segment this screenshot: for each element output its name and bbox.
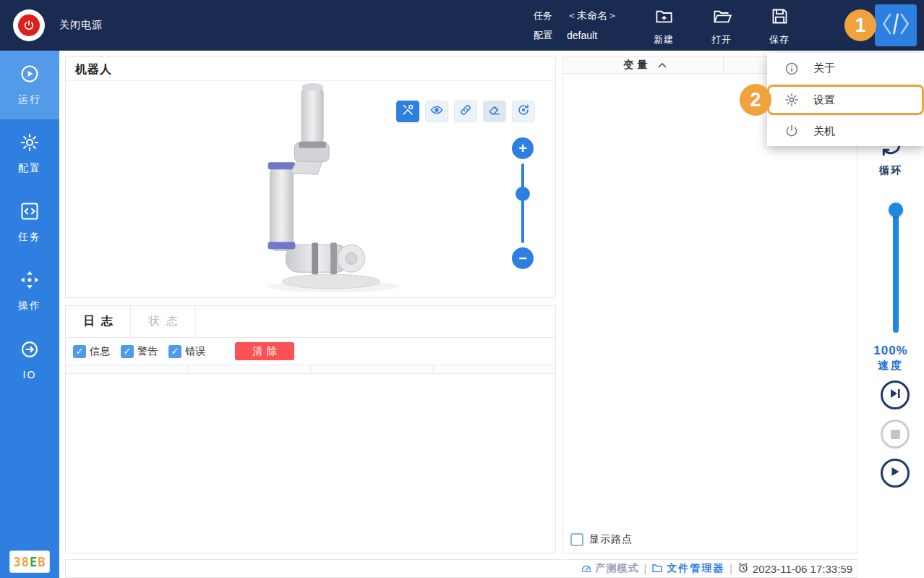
power-off-button[interactable]: 关闭电源 — [13, 9, 103, 41]
sidebar-item-io[interactable]: IO — [0, 326, 59, 394]
annotation-step-2: 2 — [740, 84, 771, 116]
play-button[interactable] — [881, 459, 910, 488]
log-table-body — [66, 374, 555, 553]
run-icon — [20, 64, 40, 87]
eraser-button[interactable] — [483, 101, 506, 122]
speed-slider-track[interactable] — [893, 204, 899, 333]
log-tabs: 日志 状态 — [66, 306, 555, 338]
app-window: 关闭电源 任务 ＜未命名＞ 配置 default 新建 — [0, 0, 924, 578]
step-forward-button[interactable] — [881, 381, 910, 409]
mode-icon — [581, 562, 592, 576]
play-icon — [889, 466, 901, 480]
brand-logo-icon — [881, 9, 911, 42]
config-label: 配置 — [534, 29, 555, 42]
log-column-header — [434, 365, 556, 373]
gear-icon — [20, 132, 40, 156]
variables-header-cell: 变量 — [563, 57, 724, 73]
task-name-value: ＜未命名＞ — [567, 9, 617, 22]
new-task-button[interactable]: 新建 — [648, 7, 680, 46]
sidebar-item-config[interactable]: 配置 — [0, 119, 59, 188]
sidebar-item-label: 操作 — [18, 299, 41, 313]
eraser-icon — [488, 103, 501, 119]
power-icon — [13, 9, 45, 41]
tab-status[interactable]: 状态 — [131, 306, 196, 337]
error-filter-checkbox[interactable] — [168, 345, 181, 358]
menu-item-shutdown[interactable]: 关机 — [767, 115, 924, 146]
move-icon — [20, 270, 40, 293]
clear-log-button[interactable]: 清除 — [235, 342, 294, 360]
sidebar-item-operate[interactable]: 操作 — [0, 257, 59, 326]
statusbar-separator: | — [730, 563, 732, 574]
show-waypoints-checkbox[interactable] — [570, 533, 583, 546]
config-name-value: default — [567, 30, 597, 41]
info-icon — [784, 61, 799, 76]
variables-title: 变量 — [620, 59, 651, 72]
sidebar-item-label: 任务 — [18, 231, 41, 244]
log-column-header — [189, 365, 312, 373]
warning-filter-label: 警告 — [137, 345, 158, 358]
zoom-in-button[interactable]: + — [512, 137, 534, 159]
sidebar-item-label: IO — [23, 369, 37, 381]
speed-percentage: 100% — [857, 344, 924, 358]
info-filter-checkbox[interactable] — [73, 345, 86, 358]
log-filters: 信息 警告 错误 清除 — [66, 338, 555, 365]
stop-button[interactable] — [881, 420, 910, 449]
datetime-display: 2023-11-06 17:33:59 — [737, 562, 852, 576]
task-config-info: 任务 ＜未命名＞ 配置 default — [534, 0, 617, 51]
log-column-header — [311, 365, 434, 373]
power-icon — [784, 124, 799, 138]
visibility-button[interactable] — [425, 101, 448, 122]
show-waypoints-label: 显示路点 — [589, 533, 633, 546]
production-mode-button[interactable]: 产测模式 — [581, 562, 639, 576]
cycle-label: 循环 — [879, 164, 902, 177]
collapse-chevron-up-icon[interactable] — [658, 62, 667, 68]
topbar-actions: 新建 打开 保存 — [648, 7, 795, 46]
power-off-label: 关闭电源 — [59, 19, 103, 32]
info-filter-label: 信息 — [90, 345, 110, 358]
tools-button[interactable] — [396, 101, 419, 122]
open-task-label: 打开 — [711, 33, 732, 46]
clock-icon — [737, 562, 749, 576]
code-icon — [20, 201, 40, 224]
rotate-view-button[interactable] — [512, 101, 535, 122]
warning-filter-checkbox[interactable] — [121, 345, 134, 358]
tab-log[interactable]: 日志 — [66, 306, 131, 337]
sidebar-item-label: 运行 — [18, 93, 41, 106]
sidebar: 运行 配置 任务 操作 IO 38EB — [0, 51, 59, 578]
log-column-header — [66, 365, 189, 373]
rotate-icon — [517, 103, 530, 119]
save-icon — [770, 7, 790, 29]
file-manager-button[interactable]: 文件管理器 — [651, 562, 724, 576]
sidebar-item-task[interactable]: 任务 — [0, 188, 59, 257]
log-panel: 日志 状态 信息 警告 错误 清除 — [65, 305, 556, 553]
step-forward-icon — [889, 388, 901, 402]
io-icon — [20, 339, 40, 362]
open-task-button[interactable]: 打开 — [706, 7, 737, 46]
statusbar-separator: | — [644, 563, 647, 574]
menu-item-about[interactable]: 关于 — [767, 53, 924, 84]
sidebar-item-run[interactable]: 运行 — [0, 51, 59, 119]
robot-panel-title: 机器人 — [66, 57, 555, 81]
log-table-header — [66, 365, 555, 374]
folder-icon — [651, 562, 663, 576]
zoom-slider-track[interactable] — [521, 163, 524, 243]
eye-icon — [430, 103, 443, 119]
speed-label: 速度 — [857, 359, 924, 373]
sidebar-item-label: 配置 — [18, 162, 41, 175]
zoom-slider-handle[interactable] — [516, 187, 530, 201]
save-task-button[interactable]: 保存 — [763, 7, 795, 46]
statusbar: 产测模式 | 文件管理器 | 2023-11-06 17:33:59 — [65, 559, 857, 578]
error-filter-label: 错误 — [185, 345, 205, 358]
zoom-out-button[interactable]: − — [512, 247, 534, 269]
speed-slider-handle[interactable] — [889, 203, 903, 217]
gear-icon — [784, 93, 799, 107]
new-file-icon — [654, 7, 674, 29]
app-logo-menu-button[interactable] — [875, 4, 917, 46]
menu-item-settings[interactable]: 设置 — [767, 84, 924, 115]
topbar: 关闭电源 任务 ＜未命名＞ 配置 default 新建 — [0, 0, 924, 51]
stop-icon — [891, 430, 900, 439]
robot-viewport[interactable]: + − — [66, 81, 555, 297]
version-badge: 38EB — [9, 551, 50, 573]
link-button[interactable] — [454, 101, 477, 122]
mode-label: 产测模式 — [596, 562, 639, 575]
